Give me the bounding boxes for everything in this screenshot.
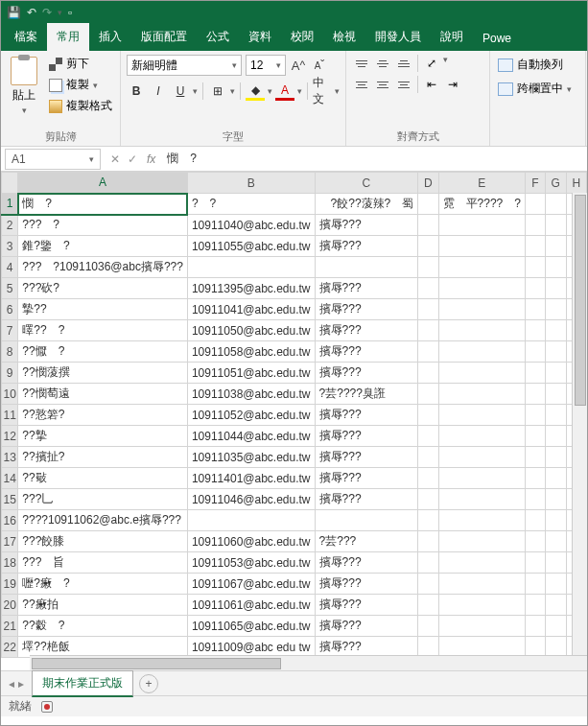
row-header[interactable]: 6 [2,299,18,320]
cell[interactable]: ???砍? [18,278,188,299]
row-header[interactable]: 10 [2,384,18,405]
cell[interactable]: 10911401@abc.edu.tw [187,468,315,489]
bold-button[interactable]: B [127,82,146,101]
cell[interactable] [438,278,525,299]
cell[interactable] [545,341,566,363]
merge-center-button[interactable]: 跨欄置中▾ [496,79,579,99]
format-painter-button[interactable]: 複製格式 [47,97,114,115]
cell[interactable] [525,552,545,574]
row-header[interactable]: 15 [2,489,18,510]
cell[interactable]: 嚦?瘷 ? [18,574,188,595]
cell[interactable]: ??瘷拍 [18,595,188,616]
cell[interactable] [438,299,525,320]
row-header[interactable]: 19 [2,574,18,595]
cell[interactable] [418,595,438,616]
tab-formula[interactable]: 公式 [197,23,239,51]
cell[interactable]: 10911058@abc.edu.tw [187,341,315,363]
cell[interactable] [525,426,545,447]
cell[interactable] [525,299,545,320]
cell[interactable] [525,194,545,215]
cell[interactable] [438,320,525,341]
cell[interactable] [438,215,525,236]
cell[interactable] [545,405,566,426]
row-header[interactable]: 13 [2,447,18,468]
cell[interactable]: ???乚 [18,489,188,510]
cell[interactable] [525,363,545,384]
indent-increase-button[interactable]: ⇥ [443,76,462,93]
tab-data[interactable]: 資料 [239,23,281,51]
vertical-scrollbar[interactable] [572,193,587,655]
cell[interactable]: 10911046@abc.edu.tw [187,489,315,510]
row-header[interactable]: 17 [2,531,18,552]
cell[interactable] [315,510,418,531]
cell[interactable] [438,595,525,616]
cell[interactable]: 10911038@abc.edu.tw [187,384,315,405]
cell[interactable] [525,405,545,426]
cell[interactable] [438,447,525,468]
shrink-font-button[interactable]: Aˇ [311,55,328,76]
cell[interactable] [418,489,438,510]
cell[interactable] [525,616,545,637]
cell[interactable]: 憫 ? [18,194,188,215]
cell[interactable]: 10911065@abc.edu.tw [187,616,315,637]
orientation-button[interactable]: ⤢ [422,55,441,72]
sheet-tab[interactable]: 期末作業正式版 [32,670,133,697]
cell[interactable] [438,236,525,257]
cell[interactable] [525,468,545,489]
italic-button[interactable]: I [149,82,168,101]
cell[interactable] [438,384,525,405]
cell[interactable] [418,447,438,468]
cell[interactable] [315,257,418,278]
sheet-nav-next-icon[interactable]: ▸ [18,677,24,691]
formula-input[interactable]: 憫 ? [163,151,587,167]
cell[interactable]: ????10911062@abc.e擯辱??? [18,510,188,531]
cell[interactable]: ??摯 [18,426,188,447]
cell[interactable] [525,236,545,257]
cell[interactable]: 擯辱??? [315,447,418,468]
cell[interactable] [418,236,438,257]
fx-icon[interactable]: fx [147,152,155,166]
cell[interactable] [525,531,545,552]
cell[interactable] [438,341,525,363]
scroll-thumb[interactable] [32,658,281,669]
cell[interactable]: 擯辱??? [315,363,418,384]
cell[interactable] [545,384,566,405]
cell[interactable] [418,257,438,278]
cell[interactable]: ??憝箬? [18,405,188,426]
cell[interactable]: ??豰 ? [18,616,188,637]
align-top-button[interactable] [352,55,371,72]
cell[interactable] [418,616,438,637]
phonetic-button[interactable]: 中文 [313,82,332,101]
row-header[interactable]: 5 [2,278,18,299]
cancel-formula-icon[interactable]: ✕ [110,152,120,166]
cell[interactable]: ??憫蔆撰 [18,363,188,384]
cell[interactable] [438,405,525,426]
cell[interactable] [545,299,566,320]
tab-home[interactable]: 常用 [47,23,89,51]
cell[interactable]: 擯辱??? [315,341,418,363]
cell[interactable]: 10911035@abc.edu.tw [187,447,315,468]
fill-color-button[interactable]: ◆ [246,82,265,101]
cell[interactable] [438,616,525,637]
cell[interactable] [418,531,438,552]
border-button[interactable]: ⊞ [208,82,227,101]
cell[interactable] [545,194,566,215]
cell[interactable] [438,552,525,574]
cell[interactable] [418,426,438,447]
cell[interactable]: 擯辱??? [315,489,418,510]
cell[interactable] [525,574,545,595]
cell[interactable]: 擯辱??? [315,574,418,595]
undo-icon[interactable]: ↶ [27,6,36,19]
wrap-text-button[interactable]: 自動換列 [496,55,579,75]
scroll-thumb[interactable] [575,195,586,406]
cell[interactable]: 10911041@abc.edu.tw [187,299,315,320]
underline-button[interactable]: U [171,82,190,101]
cell[interactable] [525,489,545,510]
cell[interactable] [438,531,525,552]
cell[interactable]: 10911052@abc.edu.tw [187,405,315,426]
cell[interactable] [418,574,438,595]
cell[interactable] [525,510,545,531]
cell[interactable] [438,468,525,489]
qat-dropdown-icon[interactable]: ▾ [58,8,62,17]
cell[interactable] [438,574,525,595]
